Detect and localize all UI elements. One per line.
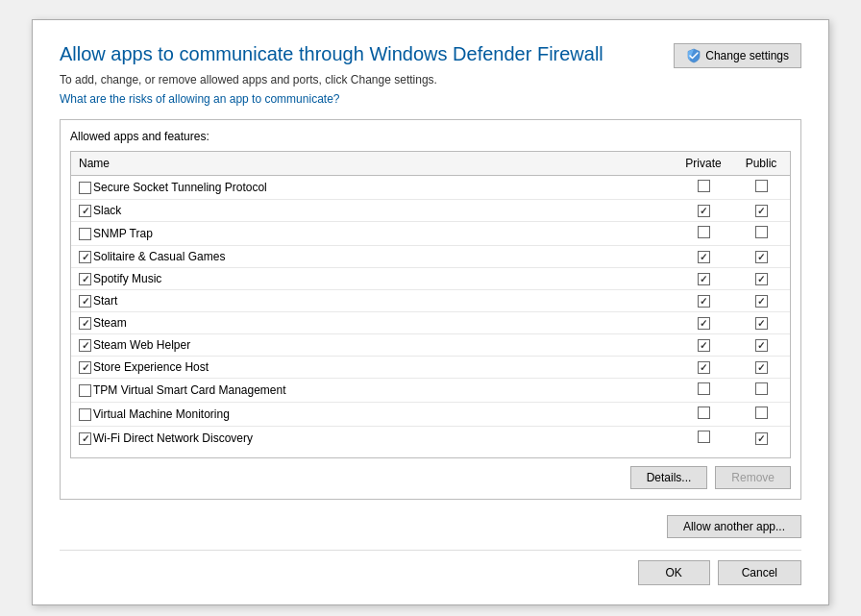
app-row-checkbox[interactable]	[79, 408, 91, 421]
table-row[interactable]: SNMP Trap	[71, 222, 790, 246]
app-name-cell: Solitaire & Casual Games	[71, 246, 675, 268]
app-row-checkbox[interactable]	[79, 432, 91, 445]
app-row-label: TPM Virtual Smart Card Management	[93, 383, 286, 397]
public-checkbox[interactable]	[755, 295, 768, 308]
table-row[interactable]: Wi-Fi Direct Network Discovery	[71, 427, 790, 451]
app-public-cell	[732, 268, 790, 290]
details-button[interactable]: Details...	[630, 466, 708, 489]
app-name-cell: TPM Virtual Smart Card Management	[71, 379, 675, 403]
app-row-checkbox[interactable]	[79, 295, 91, 308]
app-private-cell	[675, 222, 732, 246]
app-public-cell	[732, 222, 790, 246]
col-header-public: Public	[732, 152, 790, 176]
table-row[interactable]: Spotify Music	[71, 268, 790, 290]
app-row-label: Slack	[93, 204, 121, 217]
public-checkbox[interactable]	[755, 180, 768, 192]
private-checkbox[interactable]	[698, 407, 710, 419]
private-checkbox[interactable]	[698, 361, 710, 374]
apps-table-container[interactable]: Name Private Public Secure Socket Tunnel…	[70, 151, 791, 458]
app-public-cell	[732, 379, 790, 403]
remove-button[interactable]: Remove	[715, 466, 791, 489]
app-row-checkbox[interactable]	[79, 251, 91, 263]
cancel-button[interactable]: Cancel	[718, 560, 801, 585]
app-row-label: Store Experience Host	[93, 360, 209, 374]
risks-link[interactable]: What are the risks of allowing an app to…	[60, 92, 339, 106]
private-checkbox[interactable]	[698, 251, 710, 263]
app-row-checkbox[interactable]	[79, 228, 91, 240]
private-checkbox[interactable]	[698, 317, 710, 330]
app-row-label: Secure Socket Tunneling Protocol	[93, 181, 267, 194]
app-row-checkbox[interactable]	[79, 339, 91, 352]
private-checkbox[interactable]	[698, 295, 710, 308]
app-name-cell: Steam Web Helper	[71, 334, 675, 357]
public-checkbox[interactable]	[755, 361, 768, 374]
app-private-cell	[675, 200, 732, 222]
app-row-label: Start	[93, 294, 117, 308]
public-checkbox[interactable]	[755, 251, 768, 263]
table-row[interactable]: Store Experience Host	[71, 357, 790, 379]
app-name-cell: Wi-Fi Direct Network Discovery	[71, 427, 675, 451]
app-private-cell	[675, 290, 732, 312]
dialog-subtitle: To add, change, or remove allowed apps a…	[60, 73, 603, 86]
table-row[interactable]: Steam Web Helper	[71, 334, 790, 357]
app-row-checkbox[interactable]	[79, 361, 91, 374]
private-checkbox[interactable]	[698, 382, 710, 395]
table-row[interactable]: Steam	[71, 312, 790, 334]
ok-button[interactable]: OK	[638, 560, 710, 585]
app-name-cell: Steam	[71, 312, 675, 334]
app-public-cell	[732, 246, 790, 268]
table-row[interactable]: TPM Virtual Smart Card Management	[71, 379, 790, 403]
public-checkbox[interactable]	[755, 432, 768, 445]
table-row[interactable]: Solitaire & Casual Games	[71, 246, 790, 268]
app-public-cell	[732, 290, 790, 312]
private-checkbox[interactable]	[698, 226, 710, 238]
apps-panel: Allowed apps and features: Name Private …	[60, 119, 801, 500]
private-checkbox[interactable]	[698, 339, 710, 352]
app-row-checkbox[interactable]	[79, 182, 91, 194]
app-private-cell	[675, 246, 732, 268]
table-row[interactable]: Start	[71, 290, 790, 312]
app-private-cell	[675, 427, 732, 451]
table-row[interactable]: Virtual Machine Monitoring	[71, 403, 790, 427]
dialog-title: Allow apps to communicate through Window…	[60, 43, 603, 65]
shield-icon	[686, 48, 701, 63]
public-checkbox[interactable]	[755, 317, 768, 330]
main-dialog: Allow apps to communicate through Window…	[32, 19, 829, 605]
app-row-checkbox[interactable]	[79, 384, 91, 397]
ok-cancel-row: OK Cancel	[60, 550, 801, 585]
public-checkbox[interactable]	[755, 382, 768, 395]
app-public-cell	[732, 176, 790, 200]
app-name-cell: Spotify Music	[71, 268, 675, 290]
header-row: Allow apps to communicate through Window…	[60, 43, 801, 106]
app-row-label: Steam Web Helper	[93, 338, 190, 352]
public-checkbox[interactable]	[755, 205, 768, 217]
app-name-cell: Store Experience Host	[71, 357, 675, 379]
app-public-cell	[732, 312, 790, 334]
col-header-name: Name	[71, 152, 675, 176]
app-name-cell: Virtual Machine Monitoring	[71, 403, 675, 427]
public-checkbox[interactable]	[755, 407, 768, 419]
app-private-cell	[675, 334, 732, 357]
table-row[interactable]: Secure Socket Tunneling Protocol	[71, 176, 790, 200]
private-checkbox[interactable]	[698, 273, 710, 285]
app-row-checkbox[interactable]	[79, 317, 91, 330]
private-checkbox[interactable]	[698, 180, 710, 192]
allow-another-button[interactable]: Allow another app...	[667, 515, 801, 538]
app-private-cell	[675, 176, 732, 200]
app-row-label: Virtual Machine Monitoring	[93, 407, 230, 421]
apps-table: Name Private Public Secure Socket Tunnel…	[71, 152, 790, 450]
public-checkbox[interactable]	[755, 273, 768, 285]
app-private-cell	[675, 403, 732, 427]
app-row-checkbox[interactable]	[79, 273, 91, 285]
app-row-label: Solitaire & Casual Games	[93, 250, 225, 263]
table-row[interactable]: Slack	[71, 200, 790, 222]
panel-title: Allowed apps and features:	[70, 130, 791, 143]
private-checkbox[interactable]	[698, 205, 710, 217]
header-left: Allow apps to communicate through Window…	[60, 43, 603, 106]
private-checkbox[interactable]	[698, 431, 710, 443]
app-row-checkbox[interactable]	[79, 205, 91, 217]
change-settings-button[interactable]: Change settings	[674, 43, 801, 68]
public-checkbox[interactable]	[755, 339, 768, 352]
public-checkbox[interactable]	[755, 226, 768, 238]
app-private-cell	[675, 379, 732, 403]
